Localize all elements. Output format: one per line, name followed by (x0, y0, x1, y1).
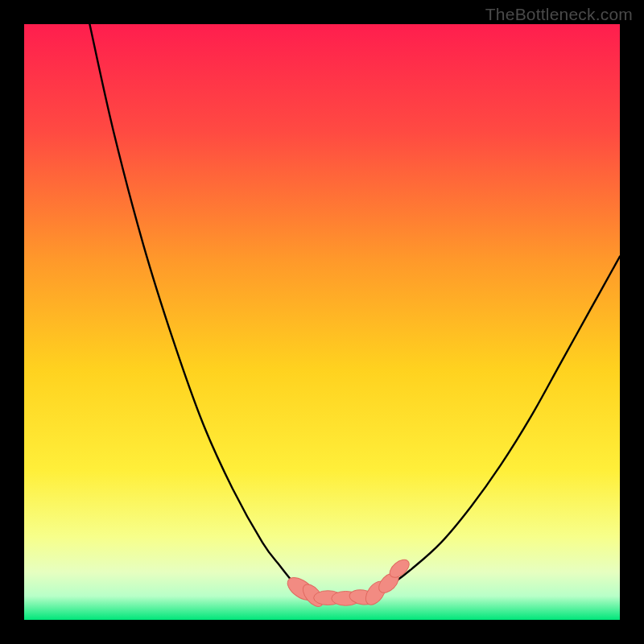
gradient-background (24, 24, 620, 620)
watermark-text: TheBottleneck.com (485, 5, 633, 24)
chart-frame: TheBottleneck.com (0, 0, 644, 644)
bottleneck-curve-chart (24, 24, 620, 620)
